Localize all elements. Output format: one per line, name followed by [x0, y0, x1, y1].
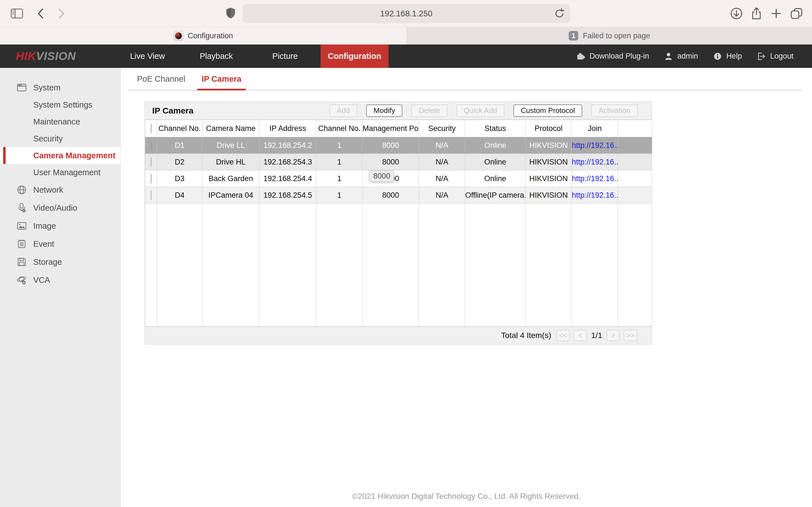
browser-toolbar: 192.168.1.250	[0, 0, 812, 27]
tab-poe-channel[interactable]: PoE Channel	[134, 68, 188, 90]
active-tab-underline	[197, 89, 246, 91]
video-audio-icon	[16, 203, 27, 213]
back-icon[interactable]	[35, 7, 48, 20]
storage-icon	[16, 257, 27, 267]
join-link[interactable]: http://192.16...	[572, 191, 618, 200]
col-protocol: Protocol	[525, 120, 572, 137]
col-empty	[618, 120, 652, 137]
tab-ip-camera[interactable]: IP Camera	[199, 68, 244, 90]
col-channel-no: Channel No.	[157, 120, 202, 137]
hikvision-favicon	[174, 31, 183, 41]
tab-configuration[interactable]: Configuration	[0, 27, 407, 45]
last-page-button[interactable]: >>	[624, 330, 637, 341]
url-text: 192.168.1.250	[380, 9, 432, 18]
row-checkbox[interactable]	[151, 174, 152, 183]
downloads-icon[interactable]	[730, 7, 743, 20]
user-icon	[664, 52, 673, 61]
nav-configuration[interactable]: Configuration	[320, 45, 389, 68]
next-page-button[interactable]: >	[607, 330, 620, 341]
sidebar-item-video-audio[interactable]: Video/Audio	[0, 199, 120, 217]
first-page-button[interactable]: <<	[556, 330, 570, 341]
col-security: Security	[419, 120, 465, 137]
info-icon	[713, 52, 722, 61]
add-button[interactable]: Add	[329, 105, 357, 117]
col-camera-name: Camera Name	[202, 120, 259, 137]
table-row[interactable]: D3 Back Garden 192.168.254.4 1 8000 N/A …	[145, 170, 652, 187]
tab-count-badge: 1	[569, 31, 578, 41]
user-admin[interactable]: admin	[664, 52, 698, 61]
content-tabs: PoE Channel IP Camera	[128, 68, 802, 91]
tab-overview-icon[interactable]	[790, 7, 803, 20]
utility-menu: Download Plug-in admin Help Logout	[575, 45, 812, 68]
sidebar-toggle-icon[interactable]	[10, 7, 24, 20]
page-indicator: 1/1	[591, 331, 602, 340]
privacy-shield-icon[interactable]	[224, 7, 238, 20]
col-channel-no-2: Channel No.	[316, 120, 363, 137]
nav-live-view[interactable]: Live View	[113, 45, 182, 68]
sidebar-item-user-management[interactable]: User Management	[0, 164, 120, 181]
sidebar-item-network[interactable]: Network	[0, 181, 120, 199]
table-row[interactable]: D2 Drive HL 192.168.254.3 1 8000 N/A Onl…	[145, 154, 652, 170]
tab-label: Configuration	[188, 32, 233, 40]
tab-label: Failed to open page	[583, 32, 650, 40]
modify-button[interactable]: Modify	[366, 105, 403, 117]
sidebar-item-storage[interactable]: Storage	[0, 253, 120, 271]
table-row[interactable]: D1 Drive LL 192.168.254.2 1 8000 N/A Onl…	[145, 137, 652, 154]
select-all-checkbox[interactable]	[151, 124, 152, 133]
browser-tab-strip: Configuration 1 Failed to open page	[0, 27, 812, 45]
share-icon[interactable]	[750, 7, 763, 20]
content-area: PoE Channel IP Camera IP Camera Add Modi…	[121, 68, 812, 507]
table-row[interactable]: D4 IPCamera 04 192.168.254.5 1 8000 N/A …	[145, 187, 652, 204]
tab-failed-to-open[interactable]: 1 Failed to open page	[407, 27, 812, 45]
panel-title: IP Camera	[152, 106, 193, 115]
join-link[interactable]: http://192.16...	[572, 158, 618, 166]
image-icon	[16, 221, 27, 231]
prev-page-button[interactable]: <	[574, 330, 587, 341]
download-plugin[interactable]: Download Plug-in	[575, 51, 649, 61]
sidebar-item-maintenance[interactable]: Maintenance	[0, 113, 120, 130]
sidebar-item-system[interactable]: System	[0, 79, 120, 96]
panel-header: IP Camera Add Modify Delete Quick Add Cu…	[145, 102, 652, 120]
join-link[interactable]: http://192.16...	[572, 174, 618, 183]
sidebar-item-camera-management[interactable]: Camera Management	[0, 147, 120, 164]
vca-icon	[16, 275, 27, 285]
row-checkbox[interactable]	[151, 157, 152, 167]
row-checkbox[interactable]	[151, 190, 152, 200]
url-bar[interactable]: 192.168.1.250	[243, 4, 570, 23]
activation-button[interactable]: Activation	[591, 105, 638, 117]
total-items-label: Total 4 Item(s)	[501, 331, 551, 340]
col-ip-address: IP Address	[259, 120, 316, 137]
forward-icon[interactable]	[54, 7, 68, 20]
nav-picture[interactable]: Picture	[251, 45, 319, 68]
sidebar-item-event[interactable]: Event	[0, 235, 120, 253]
sidebar-item-image[interactable]: Image	[0, 217, 120, 235]
sidebar-item-security[interactable]: Security	[0, 130, 120, 147]
reload-icon[interactable]	[553, 7, 566, 20]
app-header: HIKVISION Live View Playback Picture Con…	[0, 45, 812, 68]
logout[interactable]: Logout	[756, 52, 794, 61]
col-join: Join	[572, 120, 618, 137]
puzzle-icon	[575, 51, 586, 61]
join-link[interactable]: http://192.16...	[572, 141, 618, 150]
ip-camera-panel: IP Camera Add Modify Delete Quick Add Cu…	[145, 101, 652, 344]
row-checkbox[interactable]	[151, 140, 152, 150]
nav-playback[interactable]: Playback	[182, 45, 251, 68]
new-tab-icon[interactable]	[769, 7, 783, 20]
quick-add-button[interactable]: Quick Add	[456, 105, 505, 117]
sidebar-item-system-settings[interactable]: System Settings	[0, 96, 120, 113]
sidebar-item-vca[interactable]: VCA	[0, 271, 120, 289]
active-indicator	[3, 147, 6, 164]
network-icon	[16, 184, 27, 195]
panel-toolbar: Add Modify Delete Quick Add Custom Proto…	[329, 105, 638, 117]
table-header-row: Channel No. Camera Name IP Address Chann…	[145, 120, 652, 137]
empty-table-space	[145, 204, 652, 327]
help[interactable]: Help	[713, 52, 742, 61]
port-tooltip: 8000	[369, 170, 394, 182]
col-status: Status	[465, 120, 525, 137]
pagination-bar: Total 4 Item(s) << < 1/1 > >>	[145, 327, 652, 344]
delete-button[interactable]: Delete	[411, 105, 447, 117]
system-icon	[16, 82, 27, 93]
hikvision-logo: HIKVISION	[16, 45, 76, 68]
logout-icon	[756, 52, 766, 61]
custom-protocol-button[interactable]: Custom Protocol	[513, 105, 582, 117]
